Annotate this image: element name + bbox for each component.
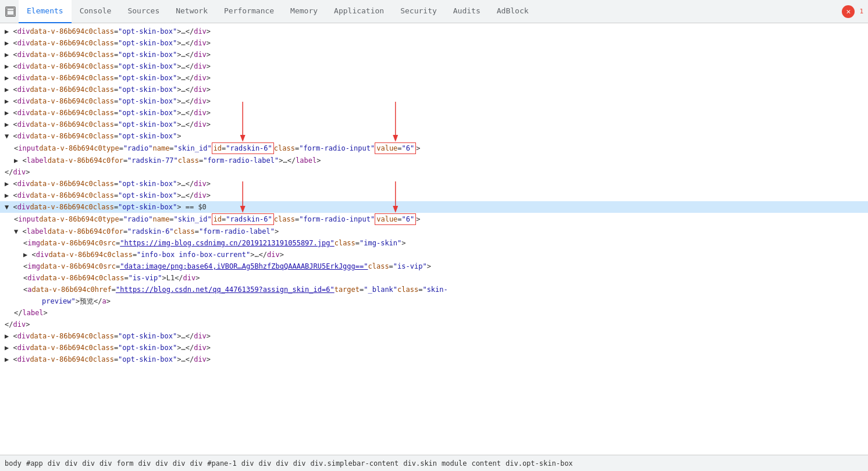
tree-line[interactable]: <div data-v-86b694c0 class="is-vip">L1</… <box>0 272 868 284</box>
tree-line[interactable]: ▶ <div data-v-86b694c0 class="opt-skin-b… <box>0 60 868 72</box>
tree-line[interactable]: ▶ <div data-v-86b694c0 class="opt-skin-b… <box>0 37 868 49</box>
breadcrumb-item[interactable]: module <box>442 459 467 468</box>
tree-line[interactable]: ▼ <div data-v-86b694c0 class="opt-skin-b… <box>0 201 868 213</box>
tree-line[interactable]: ▶ <label data-v-86b694c0 for="radskin-77… <box>0 155 868 166</box>
breadcrumb-item[interactable]: div <box>99 459 112 468</box>
tab-sources[interactable]: Sources <box>119 0 168 23</box>
tab-security[interactable]: Security <box>392 0 445 23</box>
tab-application[interactable]: Application <box>326 0 392 23</box>
close-button[interactable]: ✕ <box>842 5 855 18</box>
tree-line[interactable]: ▼ <label data-v-86b694c0 for="radskin-6"… <box>0 226 868 237</box>
tab-audits[interactable]: Audits <box>445 0 489 23</box>
tree-line[interactable]: <a data-v-86b694c0 href="https://blog.cs… <box>0 284 868 295</box>
tree-line[interactable]: </label> <box>0 307 868 319</box>
breadcrumb-item[interactable]: div.skin <box>403 459 437 468</box>
tree-line[interactable]: ▼ <div data-v-86b694c0 class="opt-skin-b… <box>0 130 868 142</box>
tree-line[interactable]: </div> <box>0 319 868 330</box>
breadcrumb-item[interactable]: content <box>471 459 501 468</box>
breadcrumb-item[interactable]: div <box>276 459 289 468</box>
tab-bar: Elements Console Sources Network Perform… <box>0 0 868 23</box>
svg-rect-0 <box>7 8 14 15</box>
breadcrumb-item[interactable]: body <box>5 459 22 468</box>
breadcrumb-item[interactable]: div.simplebar-content <box>311 459 399 468</box>
breadcrumb-item[interactable]: form <box>117 459 134 468</box>
tree-line[interactable]: ▶ <div data-v-86b694c0 class="opt-skin-b… <box>0 190 868 201</box>
tab-memory[interactable]: Memory <box>282 0 326 23</box>
tree-line[interactable]: <img data-v-86b694c0 src="data:image/png… <box>0 261 868 272</box>
tree-line[interactable]: preview">预览</a> <box>0 295 868 307</box>
tree-line[interactable]: ▶ <div data-v-86b694c0 class="opt-skin-b… <box>0 330 868 342</box>
breadcrumb-item[interactable]: div <box>155 459 168 468</box>
tree-line[interactable]: ▶ <div data-v-86b694c0 class="opt-skin-b… <box>0 72 868 84</box>
tree-line[interactable]: ▶ <div data-v-86b694c0 class="opt-skin-b… <box>0 342 868 354</box>
tree-line[interactable]: ▶ <div data-v-86b694c0 class="opt-skin-b… <box>0 178 868 190</box>
devtools-icon[interactable] <box>2 0 19 23</box>
dom-tree[interactable]: ▶ <div data-v-86b694c0 class="opt-skin-b… <box>0 23 868 455</box>
tree-line[interactable]: ▶ <div data-v-86b694c0 class="opt-skin-b… <box>0 95 868 107</box>
tab-performance[interactable]: Performance <box>216 0 282 23</box>
breadcrumb-item[interactable]: div <box>241 459 254 468</box>
breadcrumb-item[interactable]: div <box>293 459 306 468</box>
tree-line[interactable]: <input data-v-86b694c0 type="radio" name… <box>0 213 868 226</box>
breadcrumb-item[interactable]: div.opt-skin-box <box>506 459 573 468</box>
breadcrumb-item[interactable]: #pane-1 <box>207 459 237 468</box>
tree-line[interactable]: ▶ <div data-v-86b694c0 class="opt-skin-b… <box>0 84 868 95</box>
tab-elements[interactable]: Elements <box>19 0 72 23</box>
tab-console[interactable]: Console <box>72 0 120 23</box>
tree-line[interactable]: ▶ <div data-v-86b694c0 class="opt-skin-b… <box>0 26 868 37</box>
tab-network[interactable]: Network <box>168 0 216 23</box>
error-badge: 1 <box>859 8 863 15</box>
tree-line[interactable]: <input data-v-86b694c0 type="radio" name… <box>0 142 868 155</box>
main-content: ▶ <div data-v-86b694c0 class="opt-skin-b… <box>0 23 868 455</box>
breadcrumb-item[interactable]: div <box>138 459 151 468</box>
breadcrumb-item[interactable]: div <box>48 459 61 468</box>
tree-line[interactable]: ▶ <div data-v-86b694c0 class="opt-skin-b… <box>0 49 868 60</box>
tab-adblock[interactable]: AdBlock <box>489 0 537 23</box>
breadcrumb-item[interactable]: #app <box>26 459 43 468</box>
tree-line[interactable]: </div> <box>0 166 868 178</box>
breadcrumb-item[interactable]: div <box>173 459 186 468</box>
breadcrumb-item[interactable]: div <box>258 459 271 468</box>
tree-line[interactable]: ▶ <div data-v-86b694c0 class="info-box i… <box>0 249 868 261</box>
breadcrumb-item[interactable]: div <box>190 459 203 468</box>
tree-line[interactable]: <img data-v-86b694c0 src="https://img-bl… <box>0 237 868 249</box>
breadcrumb: body #app div div div div form div div d… <box>0 455 868 471</box>
tree-line[interactable]: ▶ <div data-v-86b694c0 class="opt-skin-b… <box>0 354 868 365</box>
breadcrumb-item[interactable]: div <box>82 459 95 468</box>
tree-line[interactable]: ▶ <div data-v-86b694c0 class="opt-skin-b… <box>0 119 868 130</box>
breadcrumb-item[interactable]: div <box>65 459 78 468</box>
tree-line[interactable]: ▶ <div data-v-86b694c0 class="opt-skin-b… <box>0 107 868 119</box>
